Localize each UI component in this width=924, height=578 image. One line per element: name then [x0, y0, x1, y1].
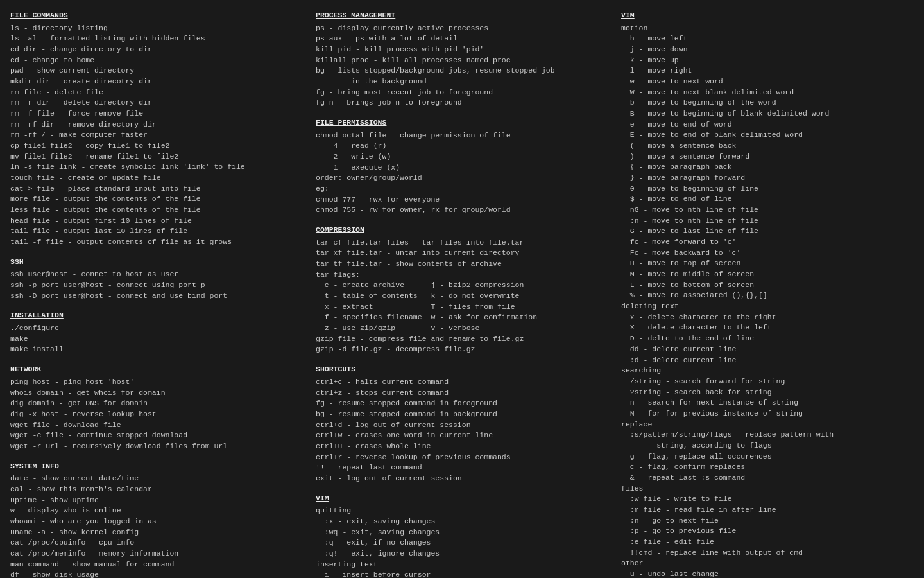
text-line: /string - search forward for string	[621, 376, 914, 387]
text-line: date - show current date/time	[10, 473, 303, 484]
text-line: ping host - ping host 'host'	[10, 377, 303, 388]
text-line: bg - resume stopped command in backgroun…	[316, 409, 608, 420]
text-line: less file - output the contents of the f…	[10, 205, 303, 216]
text-line: ctrl+w - erases one word in current line	[316, 430, 608, 441]
text-line: tar flags:	[316, 270, 608, 281]
text-line: fg - resume stopped command in foregroun…	[316, 398, 608, 409]
text-line: rm -rf / - make computer faster	[10, 130, 303, 141]
text-line: 4 - read (r)	[316, 141, 608, 152]
installation-title: INSTALLATION	[10, 310, 303, 321]
text-line: gzip file - compress file and rename to …	[316, 334, 608, 345]
text-line: touch file - create or update file	[10, 173, 303, 184]
text-line: files	[621, 484, 914, 495]
text-line: D - delte to the end of line	[621, 333, 914, 344]
process-management-content: ps - display currently active processesp…	[316, 23, 608, 109]
vim-quitting-content: quitting :x - exit, saving changes :wq -…	[316, 505, 608, 578]
text-line: } - move paragraph forward	[621, 173, 914, 184]
text-line: E - move to end of blank delimited word	[621, 130, 914, 141]
text-line: quitting	[316, 505, 608, 516]
text-line: chmod octal file - change permission of …	[316, 130, 608, 141]
text-line: deleting text	[621, 301, 914, 312]
text-line: w - move to next word	[621, 76, 914, 87]
text-line: replace	[621, 419, 914, 430]
text-line: uptime - show uptime	[10, 495, 303, 506]
text-line: ?string - search back for string	[621, 387, 914, 398]
text-line: B - move to beginning of blank delimited…	[621, 109, 914, 119]
vim-title: VIM	[621, 10, 914, 21]
text-line: W - move to next blank delimited word	[621, 87, 914, 98]
text-line: fc - move forward to 'c'	[621, 237, 914, 248]
text-line: dd - delete current line	[621, 344, 914, 355]
text-line: :wq - exit, saving changes	[316, 527, 608, 538]
text-line: j - move down	[621, 44, 914, 55]
text-line: ctrl+u - erases whole line	[316, 441, 608, 452]
text-line: motion	[621, 23, 914, 34]
file-commands-content: ls - directory listingls -al - formatted…	[10, 23, 303, 248]
text-line: string, according to flags	[621, 441, 914, 451]
text-line: :d - delete current line	[621, 355, 914, 366]
ssh-content: ssh user@host - connet to host as userss…	[10, 269, 303, 301]
text-line: N - for for previous instance of string	[621, 408, 914, 419]
text-line: ctrl+r - reverse lookup of previous comm…	[316, 452, 608, 463]
text-line: ) - move a sentence forward	[621, 152, 914, 162]
text-line: :x - exit, saving changes	[316, 516, 608, 527]
text-line: ls -al - formatted listing with hidden f…	[10, 33, 303, 44]
network-title: NETWORK	[10, 364, 303, 375]
text-line: searching	[621, 365, 914, 376]
text-line: M - move to middle of screen	[621, 269, 914, 280]
text-line: % - move to associated (),{},[]	[621, 290, 914, 301]
text-line: rm -r dir - delete directory dir	[10, 98, 303, 109]
text-line: eg:	[316, 184, 608, 195]
text-line: ./configure	[10, 323, 303, 334]
text-line: :q - exit, if no changes	[316, 538, 608, 548]
text-line: :w file - write to file	[621, 494, 914, 505]
file-commands-title: FILE COMMANDS	[10, 10, 303, 21]
text-line: X - delete character to the left	[621, 322, 914, 333]
column-3: VIM motion h - move left j - move down k…	[621, 8, 914, 578]
text-line: wget -r url - recursively download files…	[10, 441, 303, 452]
text-line: i - insert before cursor	[316, 570, 608, 578]
text-line: cat /proc/meminfo - memory information	[10, 548, 303, 559]
text-line: make install	[10, 344, 303, 355]
text-line: wget file - download file	[10, 420, 303, 431]
column-1: FILE COMMANDS ls - directory listingls -…	[10, 8, 303, 578]
text-line: mv file1 file2 - rename file1 to file2	[10, 152, 303, 162]
text-line: w - display who is online	[10, 505, 303, 516]
compression-title: COMPRESSION	[316, 225, 608, 236]
text-line: nG - move to nth line of file	[621, 205, 914, 216]
system-info-title: SYSTEM INFO	[10, 461, 303, 472]
system-info-content: date - show current date/timecal - show …	[10, 473, 303, 578]
text-line: in the background	[316, 76, 608, 87]
text-line: order: owner/group/world	[316, 173, 608, 184]
network-content: ping host - ping host 'host'whois domain…	[10, 377, 303, 452]
text-line: ssh user@host - connet to host as user	[10, 269, 303, 280]
text-line: tail -f file - output contents of file a…	[10, 237, 303, 248]
text-line: ps aux - ps with a lot of detail	[316, 33, 608, 44]
text-line: k - move up	[621, 55, 914, 66]
text-line: kill pid - kill process with pid 'pid'	[316, 44, 608, 55]
text-line: rm -rf dir - remove directory dir	[10, 119, 303, 130]
text-line: ln -s file link - create symbolic link '…	[10, 162, 303, 173]
text-line: !!cmd - replace line with output of cmd	[621, 548, 914, 559]
text-line: H - move to top of screen	[621, 258, 914, 269]
text-line: tar tf file.tar - show contents of archi…	[316, 259, 608, 270]
text-line: ctrl+c - halts current command	[316, 377, 608, 388]
file-permissions-content: chmod octal file - change permission of …	[316, 130, 608, 216]
text-line: whois domain - get whois for domain	[10, 388, 303, 399]
text-line: t - table of contents k - do not overwri…	[316, 291, 608, 302]
page-layout: FILE COMMANDS ls - directory listingls -…	[10, 8, 914, 578]
text-line: bg - lists stopped/background jobs, resu…	[316, 66, 608, 76]
text-line: c - create archive j - bzip2 compression	[316, 280, 608, 291]
text-line: tar xf file.tar - untar into current dir…	[316, 248, 608, 259]
column-2: PROCESS MANAGEMENT ps - display currentl…	[316, 8, 608, 578]
text-line: gzip -d file.gz - decompress file.gz	[316, 344, 608, 355]
text-line: cd dir - change directory to dir	[10, 44, 303, 55]
text-line: 2 - write (w)	[316, 152, 608, 162]
ssh-title: SSH	[10, 257, 303, 268]
text-line: Fc - move backward to 'c'	[621, 248, 914, 259]
text-line: f - specifies filename w - ask for confi…	[316, 312, 608, 323]
text-line: tar cf file.tar files - tar files into f…	[316, 238, 608, 249]
text-line: h - move left	[621, 33, 914, 44]
text-line: fg - bring most recent job to foreground	[316, 87, 608, 98]
text-line: L - move to bottom of screen	[621, 280, 914, 291]
